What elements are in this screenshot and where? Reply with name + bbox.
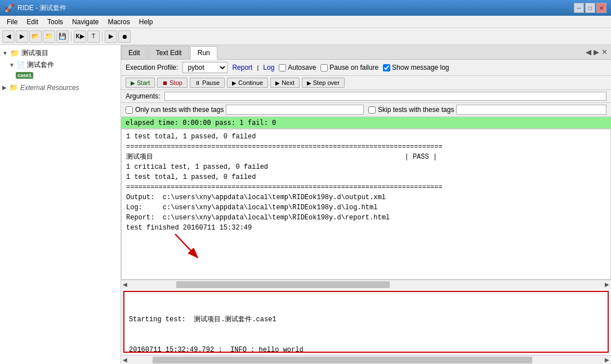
output-line-5: ========================================… [126,182,606,192]
log-link[interactable]: Log [263,64,274,71]
skip-tests-checkbox[interactable] [368,106,376,114]
args-label: Arguments: [126,92,160,100]
start-button[interactable]: ▶ Start [126,78,155,88]
lower-scroll-right[interactable]: ▶ [603,357,611,363]
folder-icon: 📁 [10,49,19,57]
main-layout: ▼ 📁 测试项目 ▼ 📄 测试套件 case1 ▶ 📁 External Res… [0,45,611,364]
scroll-right-button[interactable]: ▶ [603,281,611,287]
tags-bar: Only run tests with these tags Skip test… [121,103,611,117]
pause-icon: ⏸ [195,80,200,86]
lower-scrollbar-track[interactable] [129,357,603,363]
tree-label-resources: External Resources [20,84,79,92]
show-msg-checkbox[interactable] [383,64,390,71]
scroll-left-button[interactable]: ◀ [121,281,129,287]
tree-arrow: ▼ [2,50,8,56]
menu-macros[interactable]: Macros [103,17,134,27]
run-button[interactable]: K▶ [74,30,86,43]
save-button[interactable]: 💾 [56,30,69,43]
minimize-button[interactable]: ─ [574,3,584,13]
next-button[interactable]: ▶ Next [270,78,300,88]
resources-folder-icon: 📁 [9,83,18,92]
tree-item-suite[interactable]: ▼ 📄 测试套件 [2,59,118,71]
autosave-checkbox[interactable] [279,64,286,71]
report-link[interactable]: Report [232,64,252,71]
menu-tools[interactable]: Tools [43,17,68,27]
continue-icon: ▶ [232,80,237,86]
tree-item-resources[interactable]: ▶ 📁 External Resources [2,82,118,93]
skip-tests-section: Skip tests with these tags [368,105,606,115]
stop-toolbar-button[interactable]: T [87,30,100,43]
tab-edit[interactable]: Edit [121,46,148,59]
output-line-3: 1 critical test, 1 passed, 0 failed [126,162,606,172]
autosave-checkbox-label: Autosave [279,64,316,71]
titlebar-title: RIDE - 测试套件 [17,3,66,13]
continue-button[interactable]: ▶ Continue [227,78,268,88]
titlebar-controls: ─ □ ✕ [574,3,606,13]
tab-prev-button[interactable]: ◀ [586,48,591,56]
tree-arrow-suite: ▼ [9,62,15,68]
output-line-1: ========================================… [126,142,606,152]
tree-item-root[interactable]: ▼ 📁 测试项目 [2,47,118,59]
output-line-8: Report: c:\users\xny\appdata\local\temp\… [126,213,606,223]
status-text: elapsed time: 0:00:00 pass: 1 fail: 0 [126,119,276,127]
args-input[interactable] [164,92,606,101]
tab-bar-left: Edit Text Edit Run [121,45,218,59]
only-run-section: Only run tests with these tags [126,105,364,115]
lower-scrollbar-thumb[interactable] [153,357,532,363]
play-button[interactable]: ▶ [105,30,117,43]
menu-navigate[interactable]: Navigate [68,17,103,27]
forward-button[interactable]: ▶ [16,30,28,43]
output-line-2: 测试项目 | PASS | [126,152,606,162]
menu-help[interactable]: Help [135,17,158,27]
profile-select[interactable]: pybot [182,62,228,73]
tab-run[interactable]: Run [190,46,217,60]
open-button[interactable]: 📂 [29,30,42,43]
tab-next-button[interactable]: ▶ [594,48,599,56]
maximize-button[interactable]: □ [585,3,595,13]
message-log[interactable]: Starting test: 测试项目.测试套件.case1 20160711 … [123,291,609,353]
tab-bar: Edit Text Edit Run ◀ ▶ ✕ [121,45,611,60]
tab-close-button[interactable]: ✕ [601,48,608,56]
svg-line-1 [175,234,197,257]
scrollbar-thumb[interactable] [176,281,390,288]
record-button[interactable]: ⏺ [118,30,131,43]
output-line-10: test finished 20160711 15:32:49 [126,223,606,233]
stop-icon: ⏹ [162,80,168,86]
msg-line-0: Starting test: 测试项目.测试套件.case1 [129,314,603,325]
only-run-input[interactable] [226,105,364,115]
pause-button[interactable]: ⏸ Pause [190,78,225,88]
stop-button[interactable]: ⏹ Stop [157,78,188,88]
stepover-button[interactable]: ▶ Step over [302,78,345,88]
lower-scroll-left[interactable]: ◀ [121,357,129,363]
left-panel: ▼ 📁 测试项目 ▼ 📄 测试套件 case1 ▶ 📁 External Res… [0,45,121,364]
lower-scrollbar[interactable]: ◀ ▶ [121,355,611,364]
tree-label-suite: 测试套件 [27,60,54,70]
tree-item-case1[interactable]: case1 [2,71,118,80]
output-area[interactable]: 1 test total, 1 passed, 0 failed =======… [121,129,611,280]
output-line-0: 1 test total, 1 passed, 0 failed [126,132,606,142]
output-scrollbar[interactable]: ◀ ▶ [121,280,611,289]
scrollbar-track[interactable] [129,281,603,288]
only-run-checkbox[interactable] [126,106,133,114]
titlebar-left: 🚀 RIDE - 测试套件 [5,3,66,13]
back-button[interactable]: ◀ [2,30,15,43]
pause-checkbox-label: Pause on failure [320,64,378,71]
only-run-label: Only run tests with these tags [135,106,224,114]
toolbar: ◀ ▶ 📂 📁 💾 K▶ T ▶ ⏺ [0,28,611,45]
menu-file[interactable]: File [2,17,22,27]
action-bar: ▶ Start ⏹ Stop ⏸ Pause ▶ Continue ▶ Next… [121,76,611,90]
skip-tests-input[interactable] [456,105,606,115]
status-bar: elapsed time: 0:00:00 pass: 1 fail: 0 [121,117,611,129]
tab-text-edit[interactable]: Text Edit [149,46,189,59]
run-controls: Execution Profile: pybot Report | Log Au… [121,60,611,76]
close-button[interactable]: ✕ [596,3,606,13]
output-line-4: 1 test total, 1 passed, 0 failed [126,172,606,182]
output-line-6: Output: c:\users\xny\appdata\local\temp\… [126,192,606,203]
output-container: 1 test total, 1 passed, 0 failed =======… [121,129,611,364]
open2-button[interactable]: 📁 [43,30,55,43]
red-arrow-annotation [170,228,203,262]
pause-checkbox[interactable] [320,64,328,71]
right-panel: Edit Text Edit Run ◀ ▶ ✕ Execution Profi… [121,45,611,364]
show-msg-checkbox-label: Show message log [383,64,449,71]
menu-edit[interactable]: Edit [22,17,43,27]
